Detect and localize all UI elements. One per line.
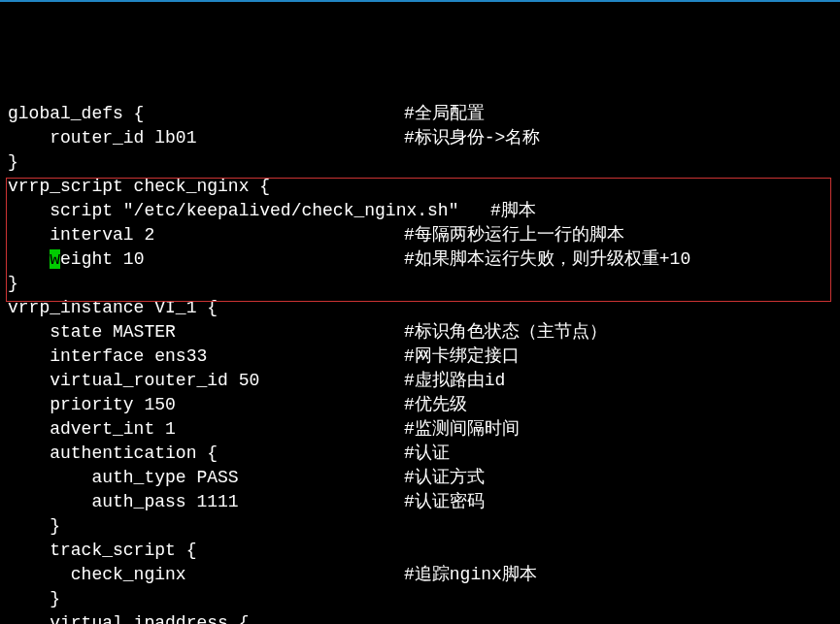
config-line: } [8,272,832,296]
line-text: } [8,274,18,293]
cursor: w [50,249,60,269]
line-text: vrrp_script check_nginx { [8,177,270,196]
line-comment: #标识角色状态（主节点） [404,320,607,345]
config-line: state MASTER#标识角色状态（主节点） [8,320,832,345]
config-line: router_id lb01#标识身份->名称 [8,126,832,150]
line-comment: #监测间隔时间 [404,417,520,442]
config-line: auth_type PASS#认证方式 [8,466,832,490]
config-line: authentication {#认证 [8,442,832,466]
config-line: } [8,587,832,611]
config-line: interface ens33#网卡绑定接口 [8,345,832,369]
line-text: virtual_router_id 50 [8,371,259,390]
config-line: interval 2#每隔两秒运行上一行的脚本 [8,223,832,247]
config-line: priority 150#优先级 [8,393,832,417]
line-text: weight 10 [8,249,144,269]
line-text: } [8,589,60,608]
config-line: vrrp_script check_nginx { [8,175,832,199]
line-comment: #网卡绑定接口 [404,345,520,369]
line-comment: #虚拟路由id [404,369,505,393]
line-text: virtual_ipaddress { [8,613,249,624]
line-comment: #认证密码 [404,490,485,514]
config-line: weight 10#如果脚本运行失败，则升级权重+10 [8,247,832,272]
config-line: } [8,514,832,539]
config-line: script "/etc/keepalived/check_nginx.sh" … [8,199,832,223]
line-comment: #标识身份->名称 [404,126,540,150]
line-text: advert_int 1 [8,419,176,439]
line-text: check_nginx [8,565,186,584]
line-text: interface ens33 [8,346,207,366]
line-text: priority 150 [8,395,176,414]
line-comment: #优先级 [404,393,467,417]
config-line: virtual_ipaddress { [8,611,832,624]
line-text: } [8,516,60,536]
line-text: auth_type PASS [8,468,239,487]
line-comment: #追踪nginx脚本 [404,563,537,587]
line-text: track_script { [8,541,196,560]
line-text: authentication { [8,443,218,463]
line-comment: #全局配置 [404,102,485,126]
line-text: auth_pass 1111 [8,492,239,511]
config-line: check_nginx#追踪nginx脚本 [8,563,832,587]
config-line: auth_pass 1111#认证密码 [8,490,832,514]
line-text: vrrp_instance VI_1 { [8,298,218,317]
config-line: virtual_router_id 50#虚拟路由id [8,369,832,393]
config-line: global_defs {#全局配置 [8,102,832,126]
line-comment: #认证方式 [404,466,485,490]
line-text: script "/etc/keepalived/check_nginx.sh" … [8,201,536,220]
config-line: } [8,150,832,175]
line-comment: #认证 [404,442,450,466]
config-line: vrrp_instance VI_1 { [8,296,832,320]
terminal-viewport[interactable]: global_defs {#全局配置 router_id lb01#标识身份->… [0,100,840,624]
line-text: router_id lb01 [8,128,196,148]
line-text: interval 2 [8,225,154,245]
config-line: track_script { [8,539,832,563]
line-comment: #每隔两秒运行上一行的脚本 [404,223,624,247]
line-text: global_defs { [8,104,144,123]
line-text: } [8,152,18,172]
line-text: state MASTER [8,322,176,342]
config-line: advert_int 1#监测间隔时间 [8,417,832,442]
line-comment: #如果脚本运行失败，则升级权重+10 [404,247,690,272]
